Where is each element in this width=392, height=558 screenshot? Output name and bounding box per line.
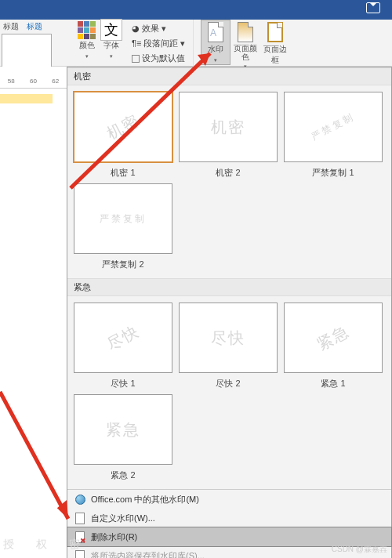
custom-watermark-item[interactable]: 自定义水印(W)... xyxy=(67,509,391,527)
fonts-button[interactable]: 文 字体▾ xyxy=(100,20,122,60)
watermark-option[interactable]: 严禁复制严禁复制 2 xyxy=(72,183,174,272)
ribbon: 标题 标题 颜色▾ 文 字体▾ ◕ 效果 ▾ xyxy=(0,20,392,67)
page-color-icon xyxy=(238,22,253,42)
page-borders-button[interactable]: 页面边框 xyxy=(260,20,290,65)
watermark-option[interactable]: 尽快尽快 2 xyxy=(177,303,279,391)
nav-heading-label: 标题 xyxy=(3,21,19,32)
document-icon xyxy=(74,512,86,524)
watermark-option[interactable]: 严禁复制严禁复制 1 xyxy=(282,92,384,180)
ruler-highlight xyxy=(0,94,53,103)
nav-heading-selected[interactable]: 标题 xyxy=(24,21,45,32)
watermark-option[interactable]: 机密机密 1 xyxy=(72,92,174,180)
more-watermarks-office-item[interactable]: Office.com 中的其他水印(M) xyxy=(67,490,391,509)
title-bar xyxy=(0,0,392,20)
page-color-button[interactable]: 页面颜色▾ xyxy=(230,20,260,65)
nav-thumbnail[interactable] xyxy=(2,34,52,71)
watermark-option[interactable]: 尽快尽快 1 xyxy=(72,303,174,391)
gallery-confidential: 机密机密 1 机密机密 2 严禁复制严禁复制 1 严禁复制严禁复制 2 xyxy=(67,85,391,278)
section-header-urgent: 紧急 xyxy=(67,278,391,296)
page-border-icon xyxy=(267,22,283,42)
themes-group: 颜色▾ 文 字体▾ ◕ 效果 ▾ ¶≡ 段落间距 ▾ 设为默认值 xyxy=(74,20,194,67)
watermark-button[interactable]: A 水印▾ xyxy=(201,20,230,65)
watermark-icon: A xyxy=(208,22,223,42)
set-default-button[interactable]: 设为默认值 xyxy=(127,51,190,66)
watermark-option[interactable]: 紧急紧急 1 xyxy=(282,303,384,391)
csdn-credit: CSDN @霖嘉壵 xyxy=(332,544,387,555)
globe-icon xyxy=(74,493,86,505)
effects-button[interactable]: ◕ 效果 ▾ xyxy=(127,21,190,36)
section-header-confidential: 机密 xyxy=(67,67,391,85)
message-icon[interactable] xyxy=(366,2,380,13)
footer-watermark-text: 授 权 密 xyxy=(3,538,89,552)
paragraph-spacing-button[interactable]: ¶≡ 段落间距 ▾ xyxy=(127,36,190,51)
document-area xyxy=(0,67,67,558)
watermark-option[interactable]: 机密机密 2 xyxy=(177,92,279,180)
gallery-urgent: 尽快尽快 1 尽快尽快 2 紧急紧急 1 紧急紧急 2 xyxy=(67,296,391,489)
colors-button[interactable]: 颜色▾ xyxy=(78,20,96,60)
ruler: 586062 xyxy=(0,74,67,89)
watermark-option[interactable]: 紧急紧急 2 xyxy=(72,394,174,483)
watermark-gallery-panel: 机密 机密机密 1 机密机密 2 严禁复制严禁复制 1 严禁复制严禁复制 2 紧… xyxy=(67,67,392,558)
